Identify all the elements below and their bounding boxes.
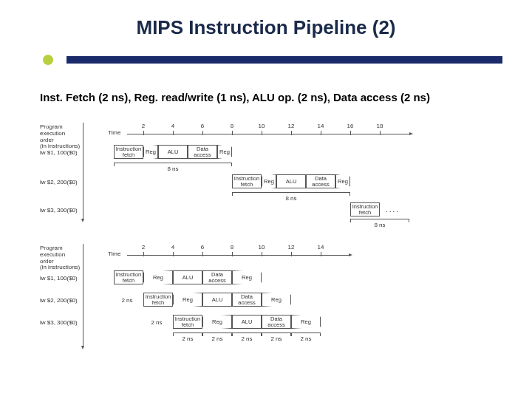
bullet-icon	[43, 55, 53, 65]
seq-instr-1: lw $1, 100($0)	[40, 149, 78, 156]
seq-time-axis	[127, 134, 409, 134]
pipe-row-3: Instruction fetch Reg ALU Data access Re…	[173, 315, 321, 329]
seq-time-label: Time	[108, 130, 120, 137]
pipe-order-axis	[83, 244, 83, 346]
pipeline-diagram: Program execution order (in instructions…	[40, 120, 498, 364]
seq-instr-3: lw $3, 300($0)	[40, 207, 78, 214]
pipe-time-axis	[127, 255, 349, 256]
pipe-ticks: 2 4 6 8 10 12 14	[129, 244, 335, 250]
pipe-instr-2: lw $2, 200($0)	[40, 297, 78, 304]
ellipsis-icon: ....	[386, 205, 400, 214]
bullet-bar	[66, 56, 502, 64]
seq-row-3: Instruction fetch	[350, 202, 380, 216]
pipe-instr-3: lw $3, 300($0)	[40, 319, 78, 326]
pipe-row-2: Instruction fetch Reg ALU Data access Re…	[143, 293, 291, 307]
seq-row-1: Instruction fetch Reg ALU Data access Re…	[114, 145, 232, 159]
seq-order-axis	[83, 123, 83, 219]
seq-ticks: 2 4 6 8 10 12 14 16 18	[129, 123, 395, 129]
pipe-axis-label: Program execution order (in instructions…	[40, 245, 80, 271]
title-underline	[43, 55, 502, 65]
seq-axis-label: Program execution order (in instructions…	[40, 124, 80, 150]
seq-instr-2: lw $2, 200($0)	[40, 179, 78, 185]
slide-title: MIPS Instruction Pipeline (2)	[0, 0, 532, 39]
pipe-instr-1: lw $1, 100($0)	[40, 275, 78, 282]
pipe-row-1: Instruction fetch Reg ALU Data access Re…	[114, 270, 262, 284]
seq-row-2: Instruction fetch Reg ALU Data access Re…	[232, 174, 350, 188]
slide-subtitle: Inst. Fetch (2 ns), Reg. read/write (1 n…	[40, 91, 430, 103]
pipe-time-label: Time	[108, 251, 120, 258]
